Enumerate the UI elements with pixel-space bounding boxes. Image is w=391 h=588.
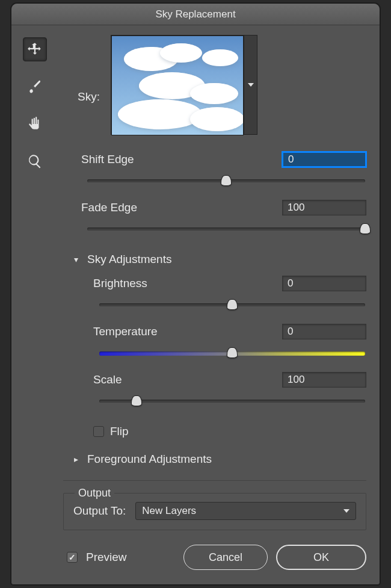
slider-thumb[interactable] — [131, 395, 142, 406]
chevron-down-icon: ▾ — [74, 255, 84, 264]
flip-label: Flip — [110, 425, 129, 438]
ok-button[interactable]: OK — [276, 545, 366, 570]
sky-preset-picker[interactable] — [111, 35, 257, 135]
scale-input[interactable] — [282, 372, 366, 388]
toolbar — [11, 35, 58, 584]
brightness-slider[interactable] — [99, 297, 365, 315]
preview-checkbox[interactable] — [67, 552, 78, 563]
brush-icon — [27, 79, 43, 94]
sky-adjustments-section[interactable]: ▾ Sky Adjustments — [74, 253, 366, 266]
foreground-adjustments-section[interactable]: ▸ Foreground Adjustments — [74, 453, 366, 466]
hand-tool[interactable] — [23, 112, 47, 136]
titlebar[interactable]: Sky Replacement — [11, 4, 380, 25]
temperature-input[interactable] — [282, 324, 366, 339]
preview-label: Preview — [86, 551, 127, 564]
shift-edge-slider[interactable] — [87, 173, 365, 191]
slider-thumb[interactable] — [360, 223, 371, 234]
fade-edge-input[interactable] — [282, 200, 366, 215]
scale-slider[interactable] — [99, 394, 365, 412]
zoom-tool[interactable] — [23, 149, 47, 173]
temperature-slider[interactable] — [99, 345, 365, 364]
chevron-down-icon — [343, 509, 349, 513]
shift-edge-label: Shift Edge — [81, 153, 134, 166]
chevron-down-icon — [244, 36, 257, 134]
move-tool[interactable] — [23, 37, 47, 61]
foreground-adjustments-label: Foreground Adjustments — [87, 453, 212, 466]
scale-label: Scale — [93, 373, 122, 386]
brightness-input[interactable] — [282, 276, 366, 291]
brightness-label: Brightness — [93, 277, 147, 290]
hand-icon — [27, 116, 43, 132]
output-legend: Output — [75, 487, 114, 500]
temperature-label: Temperature — [93, 325, 158, 338]
move-icon — [27, 42, 43, 57]
slider-thumb[interactable] — [227, 299, 238, 310]
output-fieldset: Output Output To: New Layers — [63, 493, 366, 530]
flip-checkbox[interactable] — [93, 426, 104, 437]
slider-thumb[interactable] — [227, 347, 238, 358]
output-to-select[interactable]: New Layers — [135, 502, 356, 520]
sky-label: Sky: — [78, 90, 100, 104]
sky-thumbnail — [111, 36, 244, 135]
output-to-label: Output To: — [73, 504, 126, 518]
cancel-button[interactable]: Cancel — [183, 545, 268, 570]
magnifier-icon — [27, 153, 43, 169]
sky-replacement-dialog: Sky Replacement Sky: — [11, 3, 380, 585]
slider-thumb[interactable] — [221, 175, 232, 186]
fade-edge-label: Fade Edge — [81, 201, 137, 214]
brush-tool[interactable] — [23, 75, 47, 99]
shift-edge-input[interactable] — [282, 152, 366, 167]
divider — [63, 480, 366, 481]
chevron-right-icon: ▸ — [74, 454, 84, 464]
output-to-value: New Layers — [142, 505, 196, 517]
sky-adjustments-label: Sky Adjustments — [87, 253, 171, 266]
fade-edge-slider[interactable] — [87, 221, 365, 240]
